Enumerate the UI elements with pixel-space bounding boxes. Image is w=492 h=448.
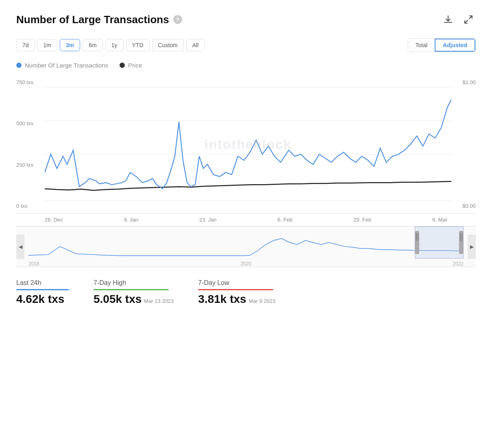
- mini-x-2018: 2018: [28, 261, 39, 267]
- chart-container: 750 txs 500 txs 250 txs 0 txs $1.00 $0.0…: [16, 75, 476, 267]
- stats-row: Last 24h 4.62k txs 7-Day High 5.05k txs …: [16, 279, 476, 306]
- legend-label-transactions: Number Of Large Transactions: [25, 62, 108, 69]
- stat-value-high: 5.05k txs Mar 13 2023: [94, 293, 174, 306]
- mini-x-2020: 2020: [241, 261, 252, 267]
- time-btn-all[interactable]: All: [186, 39, 205, 51]
- stat-7day-low: 7-Day Low 3.81k txs Mar 9 2023: [198, 279, 275, 306]
- time-btn-6m[interactable]: 6m: [83, 39, 102, 51]
- y-axis-left: 750 txs 500 txs 250 txs 0 txs: [16, 75, 45, 213]
- stat-number-low: 3.81k txs: [198, 293, 246, 306]
- y-label-0: 0 txs: [16, 203, 45, 209]
- x-label-mar6: 6. Mar: [432, 217, 447, 223]
- page-title: Number of Large Transactions: [16, 13, 169, 26]
- y-label-750: 750 txs: [16, 79, 45, 85]
- mini-range-chart: ◀ ▶: [16, 226, 476, 267]
- help-icon[interactable]: ?: [173, 15, 182, 24]
- svg-rect-7: [462, 233, 462, 241]
- main-chart: 750 txs 500 txs 250 txs 0 txs $1.00 $0.0…: [16, 75, 476, 213]
- y-axis-right: $1.00 $0.00: [451, 75, 476, 213]
- legend-label-price: Price: [128, 62, 142, 69]
- time-btn-1y[interactable]: 1y: [105, 39, 124, 51]
- header-right: [441, 12, 476, 27]
- mini-x-2022: 2022: [453, 261, 464, 267]
- x-label-feb20: 20. Feb: [353, 217, 371, 223]
- stat-underline-24h: [16, 289, 69, 290]
- stat-number-24h: 4.62k txs: [16, 293, 64, 306]
- time-btn-7d[interactable]: 7d: [16, 39, 35, 51]
- view-btn-total[interactable]: Total: [408, 39, 435, 52]
- time-range-buttons: 7d 1m 3m 6m 1y YTD Custom All: [16, 39, 205, 51]
- x-label-jan9: 9. Jan: [124, 217, 138, 223]
- stat-label-high: 7-Day High: [94, 279, 174, 287]
- stat-value-low: 3.81k txs Mar 9 2023: [198, 293, 275, 306]
- y-label-1: $1.00: [451, 79, 476, 85]
- time-btn-custom[interactable]: Custom: [152, 39, 184, 51]
- y-label-250: 250 txs: [16, 162, 45, 168]
- x-axis: 26. Dec 9. Jan 23. Jan 6. Feb 20. Feb 6.…: [16, 213, 476, 226]
- svg-rect-6: [460, 233, 461, 241]
- view-btn-adjusted[interactable]: Adjusted: [435, 39, 475, 52]
- range-handle-right[interactable]: [459, 231, 463, 254]
- y-label-0d: $0.00: [451, 203, 476, 209]
- stat-number-high: 5.05k txs: [94, 293, 142, 306]
- x-label-feb6: 6. Feb: [277, 217, 292, 223]
- chart-controls: 7d 1m 3m 6m 1y YTD Custom All Total Adju…: [16, 38, 476, 52]
- x-label-dec26: 26. Dec: [45, 217, 63, 223]
- legend-item-price: Price: [120, 62, 142, 69]
- x-label-jan23: 23. Jan: [199, 217, 217, 223]
- svg-rect-5: [418, 233, 418, 241]
- main-chart-svg-area: intothеblock: [45, 75, 451, 213]
- stat-date-high: Mar 13 2023: [144, 298, 174, 304]
- stat-underline-high: [94, 289, 169, 290]
- mini-scroll-left[interactable]: ◀: [16, 235, 24, 259]
- stat-label-low: 7-Day Low: [198, 279, 275, 287]
- mini-scroll-right[interactable]: ▶: [468, 235, 476, 259]
- stat-underline-low: [198, 289, 273, 290]
- time-btn-ytd[interactable]: YTD: [126, 39, 150, 51]
- stat-label-24h: Last 24h: [16, 279, 69, 287]
- chart-legend: Number Of Large Transactions Price: [16, 62, 476, 69]
- stat-last-24h: Last 24h 4.62k txs: [16, 279, 69, 306]
- time-btn-3m[interactable]: 3m: [60, 39, 80, 51]
- y-label-500: 500 txs: [16, 120, 45, 126]
- stat-date-low: Mar 9 2023: [249, 298, 276, 304]
- svg-rect-4: [416, 233, 417, 241]
- mini-x-axis: 2018 2020 2022: [28, 261, 464, 267]
- mini-chart-svg: [28, 226, 464, 259]
- legend-dot-dark: [120, 63, 125, 68]
- time-btn-1m[interactable]: 1m: [37, 39, 57, 51]
- stat-7day-high: 7-Day High 5.05k txs Mar 13 2023: [94, 279, 174, 306]
- download-icon[interactable]: [441, 12, 455, 27]
- header-left: Number of Large Transactions ?: [16, 13, 182, 26]
- stat-value-24h: 4.62k txs: [16, 293, 69, 306]
- page-header: Number of Large Transactions ?: [16, 12, 476, 27]
- range-selector[interactable]: [415, 226, 464, 259]
- legend-dot-blue: [16, 63, 22, 68]
- legend-item-transactions: Number Of Large Transactions: [16, 62, 108, 69]
- range-handle-left[interactable]: [415, 231, 419, 254]
- view-toggle-buttons: Total Adjusted: [408, 38, 476, 52]
- expand-icon[interactable]: [461, 12, 476, 27]
